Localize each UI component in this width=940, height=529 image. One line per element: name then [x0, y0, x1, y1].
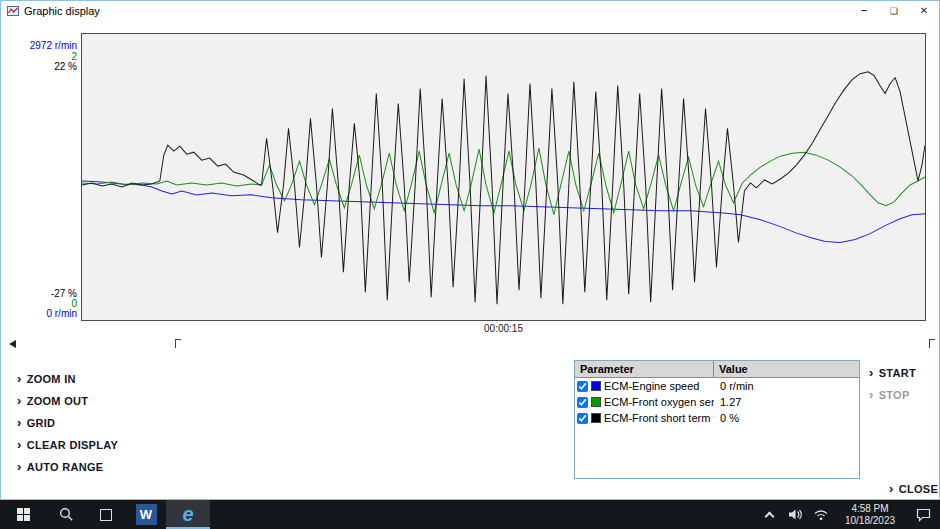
horizontal-scrollbar[interactable]: [7, 338, 935, 350]
windows-logo-icon: [17, 508, 30, 521]
table-row[interactable]: ECM-Front oxygen sensor,... 1.27: [575, 394, 859, 410]
show-hidden-icons-button[interactable]: [756, 500, 782, 529]
close-label: CLOSE: [899, 483, 938, 495]
waveform-svg: [82, 34, 925, 320]
taskbar-clock[interactable]: 4:58 PM 10/18/2023: [834, 503, 906, 527]
close-window-button[interactable]: [909, 1, 939, 20]
start-label: START: [879, 367, 916, 379]
chevron-right-icon: [17, 462, 22, 472]
parameter-value: 1.27: [714, 396, 859, 408]
table-row[interactable]: ECM-Front short term fuel ... 0 %: [575, 410, 859, 426]
taskbar-app-word[interactable]: W: [126, 500, 166, 529]
scroll-thumb-marker[interactable]: [175, 339, 176, 348]
series-color-swatch: [591, 381, 601, 391]
y-label-trim-min: -27 %: [3, 289, 77, 299]
start-button-taskbar[interactable]: [0, 500, 46, 529]
search-button[interactable]: [46, 500, 86, 529]
chevron-up-icon: [764, 511, 774, 521]
volume-button[interactable]: [782, 500, 808, 529]
auto-range-label: AUTO RANGE: [27, 461, 104, 473]
zoom-out-button[interactable]: ZOOM OUT: [17, 395, 88, 407]
y-label-rpm-max: 2972 r/min: [3, 41, 77, 51]
internet-explorer-icon: e: [182, 504, 193, 524]
wifi-icon: [813, 508, 829, 521]
parameter-table: Parameter Value ECM-Engine speed 0 r/min…: [574, 360, 860, 479]
y-label-trim-max: 22 %: [3, 62, 77, 72]
header-parameter: Parameter: [575, 361, 714, 377]
action-center-button[interactable]: [906, 500, 940, 529]
taskbar: W e 4:58 PM 10/18/2023: [0, 500, 940, 529]
clear-display-label: CLEAR DISPLAY: [27, 439, 119, 451]
grid-button[interactable]: GRID: [17, 417, 55, 429]
fuel-trim-checkbox[interactable]: [577, 413, 588, 424]
header-value: Value: [714, 361, 859, 377]
chevron-right-icon: [17, 440, 22, 450]
grid-label: GRID: [27, 417, 56, 429]
app-icon: [7, 5, 19, 17]
oxygen-sensor-checkbox[interactable]: [577, 397, 588, 408]
parameter-name: ECM-Front short term fuel ...: [604, 412, 714, 424]
taskbar-app-internet-explorer-active[interactable]: e: [166, 500, 210, 529]
system-tray: 4:58 PM 10/18/2023: [756, 500, 940, 529]
window-title: Graphic display: [24, 5, 100, 17]
scroll-end-marker: [929, 339, 930, 348]
titlebar: Graphic display: [1, 1, 939, 20]
table-row[interactable]: ECM-Engine speed 0 r/min: [575, 378, 859, 394]
series-color-swatch: [591, 397, 601, 407]
chevron-right-icon: [869, 390, 874, 400]
speaker-icon: [788, 508, 803, 521]
task-view-icon: [100, 509, 112, 521]
table-header-row: Parameter Value: [575, 361, 859, 378]
clock-time: 4:58 PM: [834, 503, 906, 515]
word-icon: W: [136, 504, 157, 525]
network-button[interactable]: [808, 500, 834, 529]
clock-date: 10/18/2023: [834, 515, 906, 527]
zoom-in-button[interactable]: ZOOM IN: [17, 373, 76, 385]
auto-range-button[interactable]: AUTO RANGE: [17, 461, 103, 473]
minimize-button[interactable]: [849, 1, 879, 20]
parameter-name: ECM-Engine speed: [604, 380, 699, 392]
stop-label: STOP: [879, 389, 910, 401]
parameter-value: 0 r/min: [714, 380, 859, 392]
start-button[interactable]: START: [869, 367, 916, 379]
y-label-rpm-min: 0 r/min: [3, 309, 77, 319]
engine-speed-checkbox[interactable]: [577, 381, 588, 392]
task-view-button[interactable]: [86, 500, 126, 529]
search-icon: [59, 507, 74, 522]
zoom-in-label: ZOOM IN: [27, 373, 76, 385]
clear-display-button[interactable]: CLEAR DISPLAY: [17, 439, 118, 451]
restore-button[interactable]: [879, 1, 909, 20]
parameter-name: ECM-Front oxygen sensor,...: [604, 396, 714, 408]
zoom-out-label: ZOOM OUT: [27, 395, 89, 407]
waveform-plot: [81, 33, 926, 321]
action-center-icon: [916, 508, 931, 522]
graphic-display-window: Graphic display 2972 r/min 2 22 % -27 % …: [0, 0, 940, 500]
chevron-right-icon: [17, 374, 22, 384]
close-button[interactable]: CLOSE: [889, 483, 938, 495]
parameter-value: 0 %: [714, 412, 859, 424]
series-color-swatch: [591, 413, 601, 423]
chevron-right-icon: [17, 396, 22, 406]
chevron-right-icon: [889, 484, 894, 494]
chevron-right-icon: [869, 368, 874, 378]
time-axis-label: 00:00:15: [81, 323, 926, 334]
scroll-left-arrow-icon[interactable]: [9, 340, 16, 348]
stop-button: STOP: [869, 389, 910, 401]
chevron-right-icon: [17, 418, 22, 428]
